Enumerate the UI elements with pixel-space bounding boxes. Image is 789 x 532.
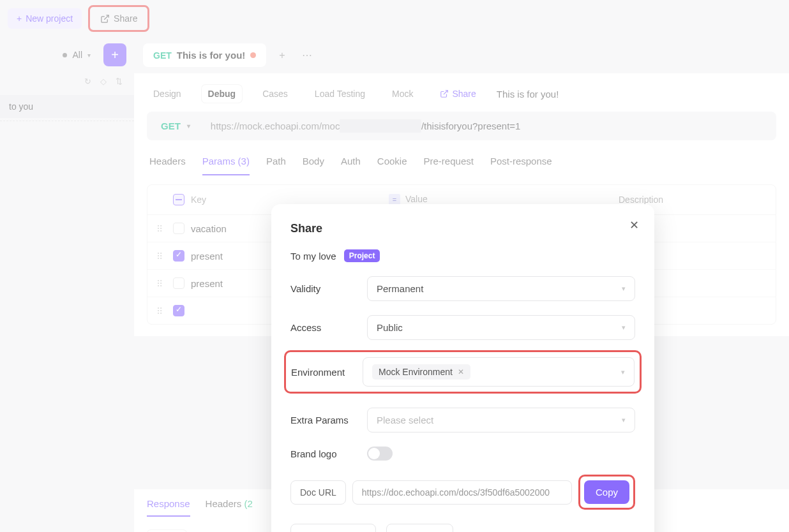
remove-tag-icon[interactable]: ✕ [458, 367, 464, 376]
access-value: Public [377, 322, 403, 333]
brand-logo-label: Brand logo [290, 448, 367, 459]
validity-label: Validity [290, 283, 367, 294]
share-list-button[interactable]: Share List [386, 524, 454, 532]
share-to-label: To my love [290, 251, 336, 262]
project-badge: Project [344, 249, 380, 262]
doc-url-input[interactable]: https://doc.echoapi.com/docs/3f50df6a500… [352, 480, 572, 505]
extra-params-select[interactable]: Please select ▾ [367, 408, 635, 432]
chevron-down-icon: ▾ [622, 284, 626, 293]
extra-params-placeholder: Please select [377, 415, 433, 425]
chevron-down-icon: ▾ [622, 416, 626, 424]
validity-value: Permanent [377, 283, 423, 294]
extra-params-label: Extra Params [290, 415, 367, 425]
environment-select[interactable]: Mock Environment ✕ ▾ [363, 357, 635, 387]
copy-button[interactable]: Copy [584, 480, 629, 504]
environment-highlight: Environment Mock Environment ✕ ▾ [284, 350, 642, 394]
validity-select[interactable]: Permanent ▾ [367, 276, 635, 301]
chevron-down-icon: ▾ [621, 368, 625, 376]
close-button[interactable]: ✕ [629, 218, 639, 232]
close-icon: ✕ [629, 219, 639, 232]
environment-label: Environment [291, 367, 363, 378]
modal-title: Share [290, 222, 635, 235]
brand-logo-toggle[interactable] [367, 447, 393, 461]
doc-url-label: Doc URL [290, 480, 346, 505]
custom-share-button[interactable]: Custom Share [290, 524, 376, 532]
env-value: Mock Environment [379, 367, 453, 377]
chevron-down-icon: ▾ [622, 323, 626, 332]
environment-tag: Mock Environment ✕ [372, 364, 470, 380]
copy-highlight: Copy [578, 475, 635, 510]
access-select[interactable]: Public ▾ [367, 315, 635, 340]
access-label: Access [290, 322, 367, 333]
share-modal: Share ✕ To my love Project Validity Perm… [271, 204, 654, 532]
